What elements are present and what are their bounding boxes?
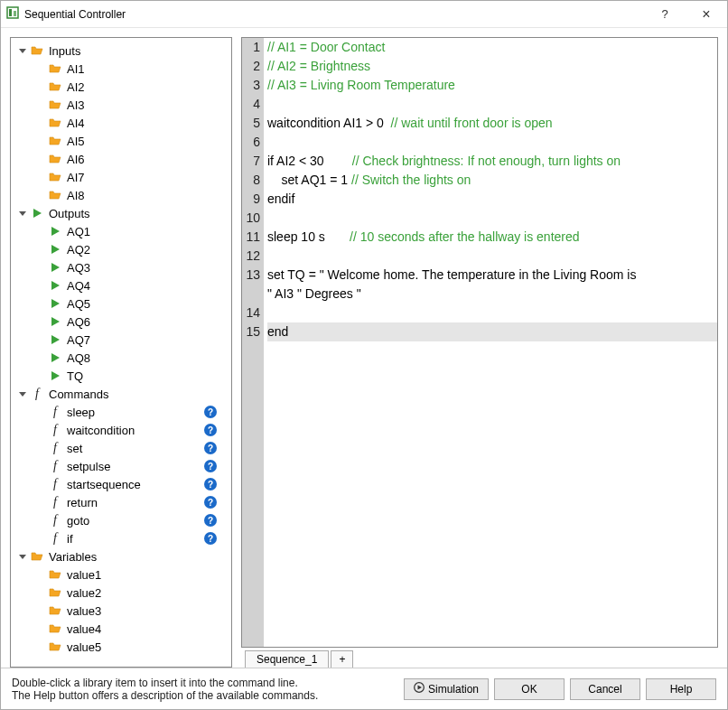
line-number: 15 <box>246 322 260 341</box>
tree-item-ai3[interactable]: AI3 <box>11 96 231 114</box>
fx-icon: f <box>47 477 63 491</box>
tree-item-value1[interactable]: value1 <box>11 565 231 584</box>
help-icon[interactable]: ? <box>204 532 217 545</box>
tab-add[interactable]: + <box>331 650 353 668</box>
svg-marker-11 <box>50 173 61 181</box>
tree-item-value2[interactable]: value2 <box>11 584 231 602</box>
folder-orange-icon <box>47 152 63 166</box>
code-line[interactable] <box>267 304 717 322</box>
tab-sequence-1[interactable]: Sequence_1 <box>245 650 329 668</box>
help-icon[interactable]: ? <box>204 424 217 436</box>
code-line[interactable]: // AI2 = Brightness <box>267 57 717 76</box>
code-line[interactable]: // AI1 = Door Contact <box>267 38 717 57</box>
tree-item-sleep[interactable]: fsleep? <box>11 403 231 421</box>
svg-marker-3 <box>19 49 26 53</box>
play-green-icon <box>47 332 63 347</box>
play-icon <box>414 682 425 696</box>
tree-label: AQ1 <box>63 225 90 238</box>
code-editor[interactable]: 12345678910111213 1415 // AI1 = Door Con… <box>241 37 718 648</box>
expander-icon[interactable] <box>16 207 29 220</box>
tree-section-variables[interactable]: Variables <box>11 547 231 565</box>
svg-marker-19 <box>51 299 60 308</box>
tree-section-commands[interactable]: fCommands <box>11 385 231 403</box>
code-area[interactable]: // AI1 = Door Contact// AI2 = Brightness… <box>264 38 717 647</box>
svg-marker-13 <box>19 211 26 216</box>
help-icon[interactable]: ? <box>204 496 217 509</box>
help-button-footer[interactable]: Help <box>646 678 716 700</box>
code-line[interactable] <box>267 247 717 266</box>
code-line[interactable] <box>267 133 717 152</box>
code-line[interactable]: if AI2 < 30 // Check brightness: If not … <box>267 152 717 171</box>
code-line[interactable] <box>267 95 717 114</box>
svg-marker-18 <box>51 281 60 290</box>
tree-item-ai2[interactable]: AI2 <box>11 78 231 96</box>
tree-item-tq[interactable]: TQ <box>11 367 231 385</box>
svg-marker-30 <box>50 625 61 632</box>
code-line[interactable]: end <box>267 322 717 341</box>
tree-label: AI5 <box>63 135 85 148</box>
tree-item-setpulse[interactable]: fsetpulse? <box>11 457 231 475</box>
help-icon[interactable]: ? <box>204 478 217 490</box>
expander-icon[interactable] <box>16 44 29 57</box>
tree-item-value4[interactable]: value4 <box>11 620 231 638</box>
tree-item-aq6[interactable]: AQ6 <box>11 313 231 331</box>
tree-label: value1 <box>63 568 101 582</box>
tree-item-aq3[interactable]: AQ3 <box>11 258 231 276</box>
svg-marker-23 <box>51 371 60 380</box>
code-line[interactable]: waitcondition AI1 > 0 // wait until fron… <box>267 114 717 133</box>
code-line[interactable]: // AI3 = Living Room Temperature <box>267 76 717 95</box>
tree-item-startsequence[interactable]: fstartsequence? <box>11 475 231 493</box>
code-line[interactable] <box>267 209 717 228</box>
tree-item-ai6[interactable]: AI6 <box>11 150 231 168</box>
code-line[interactable]: set AQ1 = 1 // Switch the lights on <box>267 171 717 190</box>
tree-item-goto[interactable]: fgoto? <box>11 511 231 529</box>
titlebar: Sequential Controller ? × <box>1 1 727 28</box>
tree-item-ai1[interactable]: AI1 <box>11 60 231 78</box>
code-line[interactable]: set TQ = " Welcome home. The temperature… <box>267 266 717 285</box>
tree-item-return[interactable]: freturn? <box>11 493 231 511</box>
tree-item-aq5[interactable]: AQ5 <box>11 294 231 313</box>
help-icon[interactable]: ? <box>204 514 217 527</box>
tree-item-waitcondition[interactable]: fwaitcondition? <box>11 421 231 439</box>
tree-item-ai7[interactable]: AI7 <box>11 168 231 186</box>
code-line[interactable]: sleep 10 s // 10 seconds after the hallw… <box>267 228 717 247</box>
line-number: 10 <box>246 209 260 228</box>
tree-label: startsequence <box>63 478 141 491</box>
tree-item-aq2[interactable]: AQ2 <box>11 240 231 258</box>
svg-marker-16 <box>51 245 60 254</box>
tree-label: setpulse <box>63 460 110 473</box>
svg-marker-25 <box>19 555 26 559</box>
close-button[interactable]: × <box>686 1 727 28</box>
svg-marker-17 <box>51 263 60 272</box>
help-icon[interactable]: ? <box>204 460 217 472</box>
library-tree[interactable]: InputsAI1AI2AI3AI4AI5AI6AI7AI8OutputsAQ1… <box>10 37 232 668</box>
play-green-icon <box>47 278 63 293</box>
cancel-button[interactable]: Cancel <box>570 678 640 700</box>
tree-item-set[interactable]: fset? <box>11 439 231 457</box>
tree-item-value3[interactable]: value3 <box>11 602 231 620</box>
expander-icon[interactable] <box>16 550 29 563</box>
tree-label: value3 <box>63 604 101 618</box>
help-button[interactable]: ? <box>644 1 686 28</box>
tree-item-aq1[interactable]: AQ1 <box>11 222 231 240</box>
help-icon[interactable]: ? <box>204 442 217 454</box>
tree-section-outputs[interactable]: Outputs <box>11 204 231 222</box>
svg-marker-9 <box>50 137 61 145</box>
tree-item-ai5[interactable]: AI5 <box>11 132 231 150</box>
help-icon[interactable]: ? <box>204 406 217 418</box>
tree-item-if[interactable]: fif? <box>11 529 231 547</box>
ok-button[interactable]: OK <box>494 678 565 700</box>
tree-item-value5[interactable]: value5 <box>11 638 231 656</box>
tree-section-inputs[interactable]: Inputs <box>11 42 231 60</box>
tree-item-aq8[interactable]: AQ8 <box>11 349 231 367</box>
code-line[interactable]: endif <box>267 190 717 209</box>
tree-item-aq4[interactable]: AQ4 <box>11 276 231 294</box>
simulation-button[interactable]: Simulation <box>404 678 489 700</box>
tree-item-ai8[interactable]: AI8 <box>11 186 231 204</box>
tree-item-ai4[interactable]: AI4 <box>11 114 231 132</box>
expander-icon[interactable] <box>16 388 29 400</box>
code-line-wrap[interactable]: " AI3 " Degrees " <box>267 285 717 304</box>
line-number: 3 <box>246 76 260 95</box>
tree-item-aq7[interactable]: AQ7 <box>11 331 231 349</box>
editor-column: 12345678910111213 1415 // AI1 = Door Con… <box>241 37 718 668</box>
